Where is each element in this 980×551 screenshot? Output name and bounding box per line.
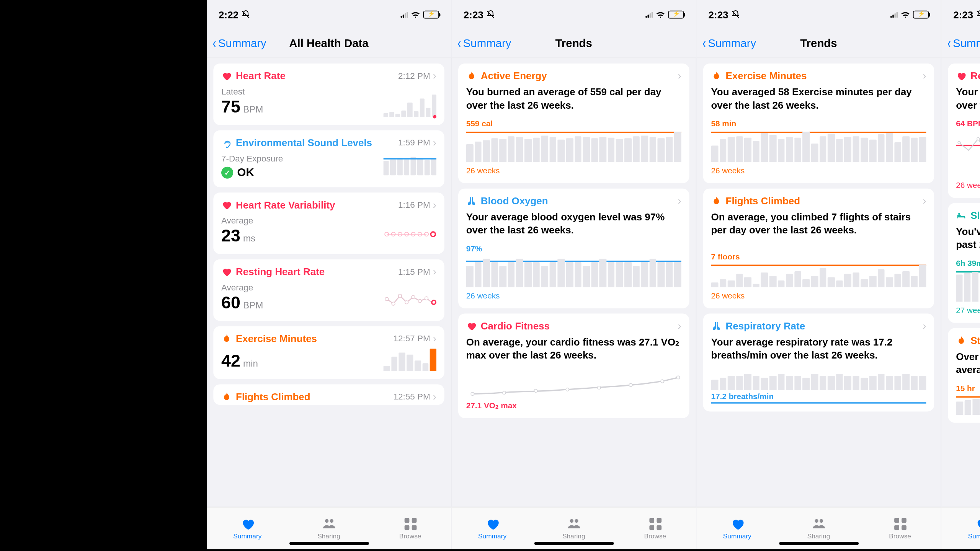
wifi-icon [900, 11, 910, 19]
svg-point-43 [958, 142, 960, 144]
trend-chart [466, 373, 681, 398]
cellular-icon [645, 11, 653, 18]
card-heart-rate[interactable]: Heart Rate 2:12 PM› Latest 75BPM [213, 64, 444, 125]
check-icon: ✓ [221, 167, 233, 179]
trend-sleep[interactable]: Sleep› You've been getting 6h 39m of sle… [948, 203, 980, 323]
tab-summary[interactable]: Summary [941, 507, 980, 549]
people-icon [810, 517, 827, 531]
card-hrv[interactable]: Heart Rate Variability 1:16 PM› Average … [213, 192, 444, 254]
back-button[interactable]: ‹Summary [947, 36, 980, 51]
tab-label: Summary [478, 533, 506, 540]
card-exercise-min[interactable]: Exercise Minutes 12:57 PM› 42min [213, 326, 444, 379]
trend-exercise-minutes[interactable]: Exercise Minutes› You averaged 58 Exerci… [703, 64, 934, 183]
chevron-left-icon: ‹ [457, 36, 461, 51]
tab-label: Sharing [562, 533, 585, 540]
trend-chart [711, 263, 926, 287]
trend-cardio-fitness[interactable]: Cardio Fitness› On average, your cardio … [458, 314, 689, 418]
chevron-right-icon: › [433, 391, 436, 402]
svg-point-44 [977, 138, 980, 140]
card-value: 23 [221, 226, 240, 246]
mini-chart [384, 91, 436, 117]
chevron-right-icon: › [923, 321, 926, 331]
back-button[interactable]: ‹Summary [702, 36, 756, 51]
trend-title: Cardio Fitness [481, 320, 550, 331]
trend-resting-hr[interactable]: Resting Heart Rate› Your average resting… [948, 64, 980, 198]
dnd-icon [486, 10, 495, 19]
status-bar: 2:23 ⚡ [696, 0, 941, 29]
svg-point-17 [325, 519, 328, 523]
trend-threshold-label: 6h 39m [956, 259, 980, 268]
status-time: 2:22 [219, 9, 238, 20]
card-title-label: Heart Rate [236, 70, 286, 81]
chevron-right-icon: › [433, 199, 436, 210]
status-time: 2:23 [464, 9, 483, 20]
screen-all-health-data: 2:22 ⚡ ‹ Summary All Health Data Heart R… [207, 0, 452, 549]
home-indicator[interactable] [779, 542, 858, 545]
card-unit: min [243, 358, 258, 368]
svg-point-12 [405, 301, 408, 304]
ok-label: OK [237, 166, 254, 179]
svg-point-8 [431, 232, 435, 236]
tab-browse[interactable]: Browse [369, 507, 451, 549]
home-indicator[interactable] [289, 542, 368, 545]
trend-title: Resting Heart Rate [970, 70, 980, 81]
tab-summary[interactable]: Summary [207, 507, 288, 549]
mini-chart [384, 345, 436, 371]
chevron-left-icon: ‹ [702, 36, 706, 51]
card-title-label: Exercise Minutes [236, 333, 317, 344]
card-resting-hr[interactable]: Resting Heart Rate 1:15 PM› Average 60BP… [213, 259, 444, 321]
dnd-icon [976, 10, 980, 19]
card-flights-peek[interactable]: Flights Climbed 12:55 PM› [213, 385, 444, 405]
svg-point-31 [570, 519, 573, 523]
ear-icon [221, 137, 232, 148]
dnd-icon [241, 10, 250, 19]
page-title: All Health Data [289, 37, 368, 50]
battery-icon: ⚡ [913, 11, 929, 19]
back-label: Summary [463, 37, 511, 50]
people-icon [565, 517, 582, 531]
heart-icon [484, 517, 501, 531]
lungs-icon [711, 321, 722, 331]
trend-desc: You averaged 58 Exercise minutes per day… [711, 85, 926, 111]
svg-point-24 [503, 391, 506, 394]
trend-active-energy[interactable]: Active Energy› You burned an average of … [458, 64, 689, 183]
trend-blood-oxygen[interactable]: Blood Oxygen› Your average blood oxygen … [458, 189, 689, 308]
svg-rect-36 [657, 525, 662, 530]
trend-desc: You burned an average of 559 cal per day… [466, 85, 681, 111]
trend-threshold-label: 58 min [711, 119, 926, 128]
home-indicator[interactable] [534, 542, 613, 545]
back-button[interactable]: ‹Summary [457, 36, 511, 51]
page-title: Trends [555, 37, 592, 50]
svg-point-14 [418, 299, 421, 303]
trend-threshold-label: 27.1 VO₂ max [466, 401, 681, 410]
svg-point-9 [385, 297, 389, 301]
heart-icon [221, 266, 232, 277]
trend-title: Sleep [970, 210, 980, 221]
tab-browse[interactable]: Browse [614, 507, 696, 549]
mini-chart [384, 228, 436, 241]
trend-desc: Your average respiratory rate was 17.2 b… [711, 336, 926, 361]
heart-icon [956, 70, 967, 81]
screen-trends-3: 2:23 ⚡ ‹Summary Trends Resting Heart Rat… [941, 0, 980, 549]
back-button[interactable]: ‹ Summary [212, 36, 266, 51]
mini-chart [384, 289, 436, 309]
trend-flights-climbed[interactable]: Flights Climbed› On average, you climbed… [703, 189, 934, 308]
tab-summary[interactable]: Summary [452, 507, 533, 549]
svg-point-16 [432, 300, 436, 304]
tab-browse[interactable]: Browse [859, 507, 941, 549]
status-bar: 2:23 ⚡ [941, 0, 980, 29]
trend-stand-hours[interactable]: Stand Hours› Over the past 26 weeks, you… [948, 328, 980, 423]
wifi-icon [655, 11, 665, 19]
trend-footer: 26 weeks [711, 166, 926, 175]
trend-chart [466, 255, 681, 287]
tab-summary[interactable]: Summary [696, 507, 778, 549]
svg-point-18 [330, 519, 333, 523]
tab-label: Summary [723, 533, 751, 540]
svg-point-28 [629, 383, 632, 386]
trend-title: Blood Oxygen [481, 195, 548, 206]
trend-respiratory-rate[interactable]: Respiratory Rate› Your average respirato… [703, 314, 934, 412]
status-bar: 2:22 ⚡ [207, 0, 451, 29]
svg-point-27 [598, 386, 601, 389]
card-environmental-sound[interactable]: Environmental Sound Levels 1:59 PM› 7-Da… [213, 130, 444, 187]
trend-title: Respiratory Rate [726, 320, 805, 331]
